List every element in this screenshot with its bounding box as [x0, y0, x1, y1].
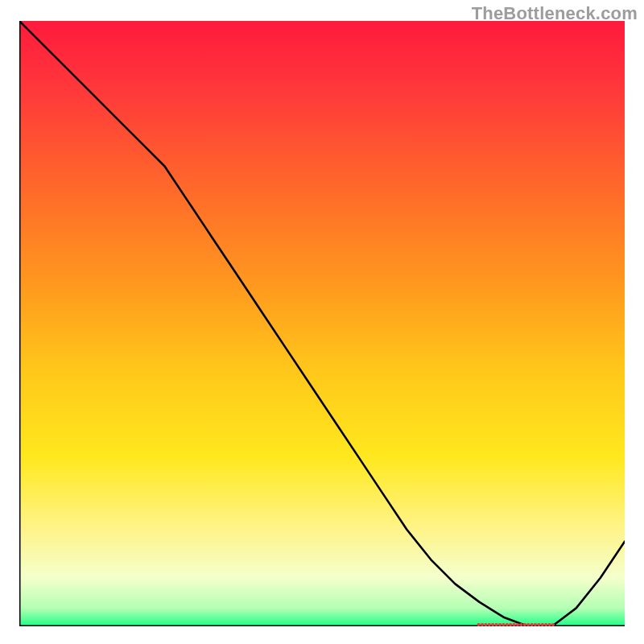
svg-point-21 — [551, 623, 555, 626]
svg-point-5 — [495, 623, 498, 626]
svg-point-6 — [498, 623, 502, 626]
svg-point-11 — [516, 623, 519, 626]
svg-point-8 — [506, 623, 509, 626]
svg-point-15 — [530, 623, 534, 626]
svg-point-1 — [481, 623, 484, 626]
svg-point-10 — [513, 623, 516, 626]
svg-point-0 — [477, 623, 481, 626]
svg-point-13 — [523, 623, 526, 626]
svg-point-20 — [548, 623, 551, 626]
chart-svg — [19, 21, 625, 626]
svg-point-4 — [491, 623, 494, 626]
svg-point-9 — [509, 623, 512, 626]
svg-point-17 — [537, 623, 540, 626]
svg-point-18 — [541, 623, 544, 626]
svg-point-16 — [534, 623, 537, 626]
svg-point-3 — [488, 623, 491, 626]
svg-point-19 — [544, 623, 547, 626]
svg-point-12 — [519, 623, 522, 626]
svg-point-2 — [484, 623, 487, 626]
svg-point-14 — [526, 623, 530, 626]
svg-point-7 — [502, 623, 505, 626]
bottleneck-chart — [19, 21, 625, 626]
